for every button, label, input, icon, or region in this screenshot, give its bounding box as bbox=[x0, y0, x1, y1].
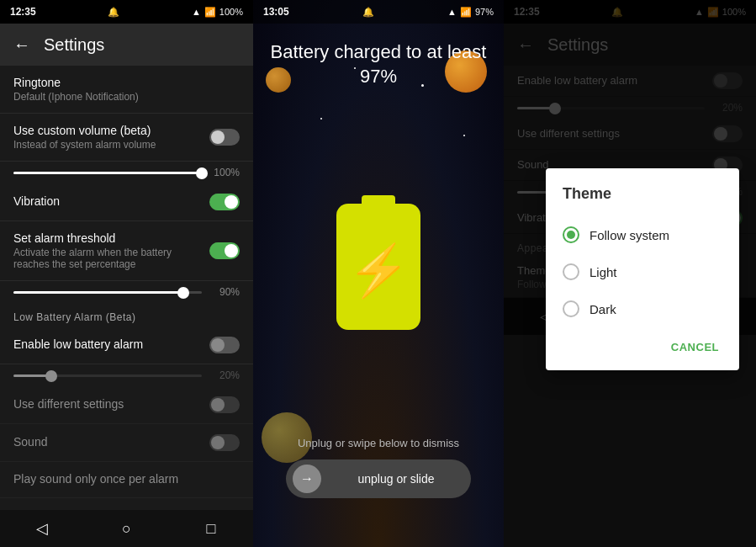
threshold-slider-track[interactable] bbox=[13, 291, 202, 294]
threshold-slider-thumb[interactable] bbox=[177, 287, 189, 299]
dark-radio[interactable] bbox=[563, 300, 579, 317]
setting-sound: Sound bbox=[0, 424, 253, 462]
panel1-bottom-nav: ◁ ○ □ bbox=[0, 510, 253, 547]
dismiss-arrow-icon: → bbox=[293, 465, 321, 493]
light-radio[interactable] bbox=[563, 263, 579, 280]
sound-label: Sound bbox=[13, 435, 47, 449]
setting-enable-low-battery: Enable low battery alarm bbox=[0, 327, 253, 364]
ringtone-sublabel: Default (Iphone Notification) bbox=[13, 91, 240, 103]
panel1-back-nav[interactable]: ◁ bbox=[25, 512, 59, 545]
custom-volume-text: Use custom volume (beta) Instead of syst… bbox=[13, 124, 156, 151]
battery-graphic: ⚡ bbox=[332, 195, 425, 330]
custom-volume-label: Use custom volume (beta) bbox=[13, 124, 156, 137]
panel2-signal-icon: 📶 bbox=[460, 7, 472, 18]
arrow-right-icon: → bbox=[300, 471, 314, 486]
setting-vibration: Vibration bbox=[0, 183, 253, 221]
panel1-home-nav[interactable]: ○ bbox=[109, 512, 143, 545]
battery-charged-title: Battery charged to at least 97% bbox=[270, 40, 487, 88]
panel2-status-bar: 13:05 🔔 ▲ 📶 97% bbox=[253, 0, 504, 24]
panel2-main-content: Battery charged to at least 97% ⚡ Unplug… bbox=[253, 24, 504, 510]
setting-alarm-threshold: Set alarm threshold Activate the alarm w… bbox=[0, 221, 253, 281]
panel1-status-bar: 12:35 🔔 ▲ 📶 100% bbox=[0, 0, 253, 24]
battery-bolt-icon: ⚡ bbox=[347, 246, 410, 296]
low-battery-slider-value: 20% bbox=[210, 369, 240, 381]
setting-play-sound-once: Play sound only once per alarm bbox=[0, 462, 253, 498]
alarm-threshold-toggle[interactable] bbox=[209, 242, 240, 259]
battery-body: ⚡ bbox=[336, 204, 420, 330]
panel2-bell-icon: 🔔 bbox=[362, 7, 374, 18]
low-battery-slider-thumb[interactable] bbox=[45, 370, 57, 382]
panel1-status-icons: ▲ 📶 100% bbox=[192, 7, 243, 18]
dialog-option-follow-system[interactable]: Follow system bbox=[546, 216, 739, 253]
alarm-threshold-text: Set alarm threshold Activate the alarm w… bbox=[13, 231, 209, 270]
battery-bottom-section: Unplug or swipe below to dismiss → unplu… bbox=[286, 437, 471, 502]
panel1-time: 12:35 bbox=[10, 6, 36, 18]
volume-slider-thumb[interactable] bbox=[196, 167, 208, 179]
panel2-battery-text: 97% bbox=[475, 7, 494, 17]
panel2-battery: 13:05 🔔 ▲ 📶 97% Battery charged to at le… bbox=[253, 0, 504, 547]
dialog-actions: CANCEL bbox=[546, 327, 739, 364]
volume-slider-value: 100% bbox=[210, 167, 240, 178]
different-settings-toggle[interactable] bbox=[209, 396, 240, 413]
panel1-header: ← Settings bbox=[0, 24, 253, 66]
enable-low-battery-toggle[interactable] bbox=[209, 337, 240, 353]
volume-slider-fill bbox=[13, 172, 202, 174]
threshold-slider-value: 90% bbox=[210, 286, 240, 298]
dialog-title: Theme bbox=[546, 185, 739, 216]
vibration-label: Vibration bbox=[13, 194, 60, 208]
panel1-battery-text: 100% bbox=[219, 7, 243, 17]
dark-label: Dark bbox=[589, 302, 616, 316]
setting-ringtone[interactable]: Ringtone Default (Iphone Notification) bbox=[0, 66, 253, 114]
setting-custom-volume: Use custom volume (beta) Instead of syst… bbox=[0, 114, 253, 162]
dialog-option-light[interactable]: Light bbox=[546, 253, 739, 290]
panel2-status-icons: ▲ 📶 97% bbox=[447, 7, 494, 18]
panel1-bell-icon: 🔔 bbox=[108, 7, 119, 18]
theme-dialog: Theme Follow system Light Dark CANCEL bbox=[546, 168, 739, 370]
ringtone-label: Ringtone bbox=[13, 76, 240, 89]
panel2-wifi-icon: ▲ bbox=[447, 7, 457, 17]
panel2-time: 13:05 bbox=[263, 6, 289, 18]
threshold-slider-row: 90% bbox=[0, 281, 253, 303]
dismiss-instructions: Unplug or swipe below to dismiss bbox=[298, 437, 459, 449]
panel1-wifi-icon: ▲ bbox=[192, 7, 201, 17]
follow-system-radio-inner bbox=[567, 231, 575, 239]
dialog-option-dark[interactable]: Dark bbox=[546, 290, 739, 327]
volume-slider-row: 100% bbox=[0, 162, 253, 183]
panel1-recent-nav[interactable]: □ bbox=[194, 512, 228, 545]
sound-toggle[interactable] bbox=[209, 434, 240, 451]
panel3-settings-dialog: 12:35 🔔 ▲ 📶 100% ← Settings Enable low b… bbox=[504, 0, 756, 547]
light-label: Light bbox=[589, 265, 617, 279]
threshold-slider-fill bbox=[13, 291, 183, 294]
panel1-page-title: Settings bbox=[44, 35, 104, 55]
enable-low-battery-label: Enable low battery alarm bbox=[13, 337, 143, 351]
dismiss-button[interactable]: → unplug or slide bbox=[286, 459, 471, 498]
different-settings-label: Use different settings bbox=[13, 397, 124, 411]
vibration-toggle[interactable] bbox=[209, 194, 240, 210]
play-sound-once-label: Play sound only once per alarm bbox=[13, 472, 240, 486]
follow-system-label: Follow system bbox=[589, 228, 669, 242]
alarm-threshold-label: Set alarm threshold bbox=[13, 231, 209, 245]
setting-different-settings: Use different settings bbox=[0, 386, 253, 424]
dialog-overlay: Theme Follow system Light Dark CANCEL bbox=[504, 0, 756, 547]
panel1-signal-icon: 📶 bbox=[204, 7, 216, 18]
low-battery-slider-row: 20% bbox=[0, 364, 253, 386]
low-battery-section-header: Low Battery Alarm (Beta) bbox=[0, 303, 253, 327]
volume-slider-track[interactable] bbox=[13, 172, 202, 174]
battery-tip bbox=[362, 195, 395, 204]
follow-system-radio[interactable] bbox=[563, 226, 579, 243]
panel1-settings: 12:35 🔔 ▲ 📶 100% ← Settings Ringtone Def… bbox=[0, 0, 253, 547]
dialog-cancel-button[interactable]: CANCEL bbox=[661, 334, 729, 360]
custom-volume-toggle[interactable] bbox=[209, 129, 240, 146]
low-battery-slider-track[interactable] bbox=[13, 374, 202, 377]
dismiss-label: unplug or slide bbox=[328, 472, 464, 486]
panel1-back-button[interactable]: ← bbox=[13, 35, 30, 55]
alarm-threshold-sublabel: Activate the alarm when the battery reac… bbox=[13, 247, 209, 270]
panel1-settings-content: Ringtone Default (Iphone Notification) U… bbox=[0, 66, 253, 510]
custom-volume-sublabel: Instead of system alarm volume bbox=[13, 139, 156, 151]
low-battery-section-label: Low Battery Alarm (Beta) bbox=[13, 311, 135, 323]
